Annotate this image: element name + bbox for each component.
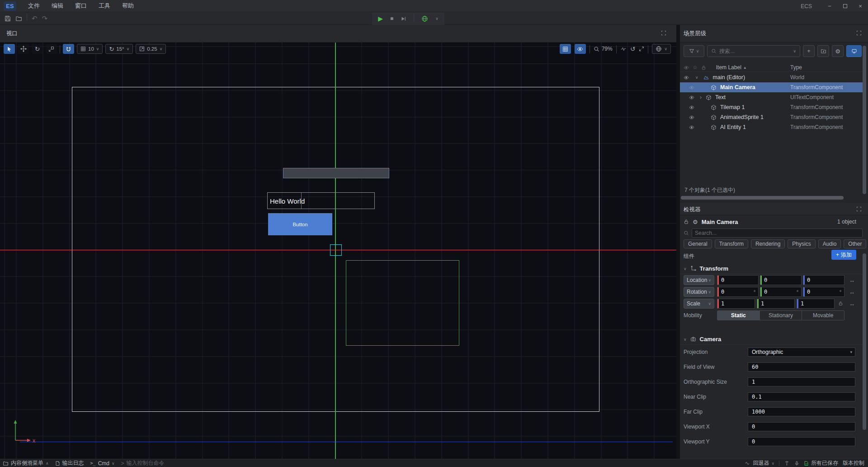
expand-chevron-icon[interactable]: › bbox=[700, 94, 702, 100]
minimize-button[interactable]: − bbox=[822, 0, 837, 12]
viewport-x-input[interactable]: 0 bbox=[748, 422, 855, 431]
visibility-eye-icon[interactable] bbox=[689, 85, 694, 90]
rotate-tool-button[interactable]: ↻ bbox=[32, 44, 43, 54]
button-entity[interactable]: Button bbox=[268, 213, 332, 235]
snap-magnet-button[interactable] bbox=[63, 44, 74, 54]
save-icon[interactable] bbox=[5, 15, 11, 22]
link-values-icon[interactable]: ↔ bbox=[849, 277, 855, 284]
add-component-button[interactable]: + 添加 bbox=[831, 250, 856, 260]
menu-help[interactable]: 帮助 bbox=[117, 0, 139, 11]
hierarchy-settings-button[interactable]: ⚙ bbox=[832, 45, 844, 57]
visibility-eye-icon[interactable] bbox=[684, 75, 689, 80]
rotation-x-input[interactable]: 0° bbox=[717, 287, 759, 297]
scale-dropdown[interactable]: Scale∨ bbox=[684, 299, 714, 309]
step-button[interactable] bbox=[401, 16, 406, 22]
reset-view-icon[interactable]: ↺ bbox=[630, 45, 636, 52]
scene-canvas[interactable]: Hello World Button x ↻ bbox=[0, 43, 676, 459]
open-folder-icon[interactable] bbox=[15, 15, 22, 22]
tab-audio[interactable]: Audio bbox=[818, 239, 841, 248]
projection-select[interactable]: Orthographic▾ bbox=[748, 348, 855, 357]
tab-general[interactable]: General bbox=[684, 239, 712, 248]
slider-entity[interactable] bbox=[283, 168, 389, 178]
eye-column-icon[interactable] bbox=[684, 65, 689, 70]
star-column-icon[interactable]: ☆ bbox=[693, 64, 698, 71]
mobility-movable[interactable]: Movable bbox=[802, 311, 844, 320]
search-options-chevron[interactable]: ∨ bbox=[793, 49, 796, 53]
world-view-dropdown[interactable]: ∨ bbox=[652, 44, 671, 54]
inspector-vertical-scrollbar[interactable] bbox=[863, 253, 866, 430]
tab-rendering[interactable]: Rendering bbox=[751, 239, 785, 248]
scale-tool-button[interactable] bbox=[46, 44, 57, 54]
content-drawer-button[interactable]: 内容侧滑菜单 ∧ bbox=[3, 459, 49, 467]
zoom-indicator[interactable]: 79% bbox=[594, 46, 613, 52]
collapse-chevron-icon[interactable]: ∨ bbox=[684, 337, 687, 342]
selection-gizmo-box[interactable] bbox=[330, 244, 342, 256]
rotation-dropdown[interactable]: Rotation∨ bbox=[684, 287, 714, 297]
tab-physics[interactable]: Physics bbox=[788, 239, 815, 248]
scale-z-input[interactable]: 1 bbox=[797, 299, 835, 309]
location-y-input[interactable]: 0 bbox=[760, 275, 802, 285]
viewport-expand-icon[interactable] bbox=[661, 30, 666, 36]
stats-pulse-icon[interactable] bbox=[620, 46, 627, 52]
microphone-icon[interactable] bbox=[794, 461, 799, 466]
menu-file[interactable]: 文件 bbox=[23, 0, 45, 11]
fit-view-icon[interactable] bbox=[639, 46, 644, 52]
tree-row-tilemap[interactable]: Tilemap 1 TransformComponent bbox=[680, 102, 863, 112]
move-tool-button[interactable] bbox=[18, 44, 29, 54]
inspector-search-input[interactable] bbox=[692, 229, 863, 238]
hierarchy-search-input[interactable] bbox=[719, 48, 790, 54]
add-entity-button[interactable]: + bbox=[803, 45, 815, 57]
scale-y-input[interactable]: 1 bbox=[757, 299, 795, 309]
tree-row-text[interactable]: › Text UITextComponent bbox=[680, 92, 863, 102]
menu-tools[interactable]: 工具 bbox=[93, 0, 116, 11]
version-control-button[interactable]: 版本控制 bbox=[843, 459, 864, 467]
maximize-button[interactable] bbox=[837, 0, 853, 12]
select-tool-button[interactable] bbox=[4, 44, 15, 54]
field-of-view-input[interactable]: 60 bbox=[748, 362, 855, 372]
scale-snap-dropdown[interactable]: 0.25 ∨ bbox=[136, 44, 166, 54]
grid-snap-dropdown[interactable]: 10 ∨ bbox=[77, 44, 103, 54]
lock-icon[interactable] bbox=[684, 219, 689, 224]
rotation-snap-dropdown[interactable]: ↻ 15° ∨ bbox=[105, 44, 133, 54]
near-clip-input[interactable]: 0.1 bbox=[748, 392, 855, 401]
console-command-input[interactable]: > 输入控制台命令 bbox=[121, 459, 165, 467]
type-column[interactable]: Type bbox=[790, 64, 802, 71]
visibility-eye-icon[interactable] bbox=[689, 125, 694, 130]
camera-section-header[interactable]: ∨ Camera bbox=[680, 334, 863, 345]
play-button[interactable]: ▶ bbox=[378, 15, 383, 22]
stop-button[interactable]: ■ bbox=[390, 15, 393, 22]
visibility-eye-icon[interactable] bbox=[689, 105, 694, 110]
link-values-icon[interactable]: ↔ bbox=[849, 289, 855, 295]
display-mode-button[interactable] bbox=[846, 45, 862, 57]
scale-x-input[interactable]: 1 bbox=[717, 299, 755, 309]
collapse-chevron-icon[interactable]: ∨ bbox=[684, 267, 687, 271]
mobility-static[interactable]: Static bbox=[717, 311, 760, 320]
visibility-eye-icon[interactable] bbox=[689, 95, 694, 100]
hierarchy-horizontal-scrollbar[interactable] bbox=[681, 196, 844, 200]
network-icon[interactable] bbox=[784, 461, 790, 466]
menu-window[interactable]: 窗口 bbox=[70, 0, 92, 11]
inspector-expand-icon[interactable] bbox=[856, 206, 862, 212]
redo-icon[interactable]: ↷ bbox=[42, 14, 48, 23]
text-entity[interactable]: Hello World bbox=[267, 192, 375, 209]
mobility-stationary[interactable]: Stationary bbox=[760, 311, 802, 320]
panel-divider[interactable] bbox=[676, 25, 680, 459]
rotation-z-input[interactable]: 0° bbox=[803, 287, 844, 297]
expand-chevron-icon[interactable]: ∨ bbox=[695, 75, 698, 80]
hierarchy-vertical-scrollbar[interactable] bbox=[863, 46, 866, 194]
viewport-y-input[interactable]: 0 bbox=[748, 437, 855, 446]
far-clip-input[interactable]: 1000 bbox=[748, 407, 855, 416]
hierarchy-expand-icon[interactable] bbox=[856, 30, 862, 36]
orthographic-size-input[interactable]: 1 bbox=[748, 377, 855, 386]
uniform-scale-lock-icon[interactable] bbox=[838, 301, 843, 306]
close-button[interactable]: × bbox=[853, 0, 868, 12]
visibility-toggle-button[interactable] bbox=[575, 44, 586, 54]
lock-column-icon[interactable] bbox=[701, 65, 706, 70]
filter-dropdown[interactable]: ∨ bbox=[684, 45, 704, 57]
rollback-dropdown[interactable]: 回退器 ∨ bbox=[745, 459, 774, 467]
tree-row-ai-entity[interactable]: AI Entity 1 TransformComponent bbox=[680, 122, 863, 132]
hierarchy-search[interactable]: ∨ bbox=[707, 45, 800, 57]
undo-icon[interactable]: ↶ bbox=[32, 14, 38, 23]
rotation-y-input[interactable]: 0° bbox=[760, 287, 802, 297]
output-log-button[interactable]: 输出日志 bbox=[55, 459, 84, 467]
